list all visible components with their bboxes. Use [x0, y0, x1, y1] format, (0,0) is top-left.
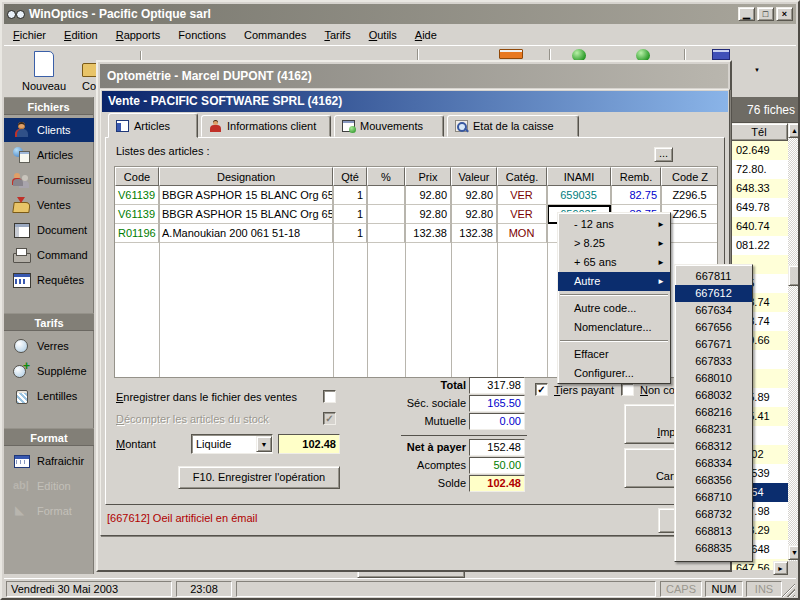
sidebar-item-supplements[interactable]: Suppléme — [4, 359, 94, 383]
code-item[interactable]: 667634 — [675, 302, 752, 319]
inami-description-text: [667612] Oeil artificiel en émail — [107, 512, 257, 524]
maximize-button[interactable]: □ — [757, 7, 774, 21]
menu-item-sup-825[interactable]: > 8.25► — [558, 234, 670, 253]
nouveau-button[interactable]: Nouveau — [8, 48, 80, 94]
code-item[interactable]: 668032 — [675, 387, 752, 404]
resize-grip[interactable] — [781, 583, 795, 597]
code-item[interactable]: 667671 — [675, 336, 752, 353]
sidebar-item-documents[interactable]: Document — [4, 218, 94, 242]
main-titlebar[interactable]: WinOptics - Pacific Optique sarl ▁ □ × — [4, 4, 796, 24]
code-item[interactable]: 667656 — [675, 319, 752, 336]
code-item[interactable]: 668216 — [675, 404, 752, 421]
tel-row[interactable]: 648.33 — [731, 179, 788, 198]
code-item[interactable]: 668835 — [675, 540, 752, 557]
scroll-up-icon[interactable]: ▲ — [788, 123, 800, 138]
tiers-payant-checkbox[interactable]: ✓ — [535, 383, 548, 396]
toolbar-overflow-chevron[interactable]: ▼ — [750, 64, 764, 77]
tab-mouvements[interactable]: Mouvements — [334, 115, 444, 137]
menu-item-autre-code[interactable]: Autre code... — [558, 299, 670, 318]
non-comptant-checkbox[interactable] — [621, 383, 634, 396]
fiches-count: 76 fiches — [747, 103, 795, 117]
code-item[interactable]: 668710 — [675, 489, 752, 506]
col-qte[interactable]: Qté — [333, 167, 367, 186]
tel-row[interactable]: 72.80. — [731, 160, 788, 179]
tel-row[interactable]: 649.78 — [731, 198, 788, 217]
code-item[interactable]: 667811 — [675, 268, 752, 285]
solde-value: 102.48 — [469, 475, 525, 492]
toolbar-list-icon[interactable] — [712, 49, 730, 60]
tab-etat-caisse[interactable]: Etat de la caisse — [447, 115, 579, 137]
vente-titlebar[interactable]: Vente - PACIFIC SOFTWARE SPRL (4162) — [102, 91, 728, 112]
col-remb[interactable]: Remb. — [611, 167, 661, 186]
tel-column-header[interactable]: Tél — [730, 123, 788, 141]
menu-item-moins-12-ans[interactable]: - 12 ans► — [558, 215, 670, 234]
combo-dropdown-icon[interactable]: ▼ — [256, 436, 272, 452]
code-item-selected[interactable]: 667612 — [675, 285, 752, 302]
toolbar-print-icon[interactable] — [499, 49, 523, 59]
table-row[interactable]: V61139 BBGR ASPHOR 15 BLANC Org 65 + 1 9… — [115, 186, 717, 205]
col-inami[interactable]: INAMI — [547, 167, 611, 186]
col-codez[interactable]: Code Z — [661, 167, 718, 186]
save-sales-checkbox[interactable] — [323, 390, 336, 403]
sidebar-item-lentilles[interactable]: Lentilles — [4, 384, 94, 408]
menu-commandes[interactable]: Commandes — [235, 26, 315, 44]
tel-row[interactable]: 02.649 — [731, 141, 788, 160]
acomptes-value[interactable]: 50.00 — [469, 457, 525, 474]
col-categ[interactable]: Catég. — [497, 167, 547, 186]
menu-item-plus-65-ans[interactable]: + 65 ans► — [558, 253, 670, 272]
code-item[interactable]: 668010 — [675, 370, 752, 387]
more-button[interactable]: ... — [654, 147, 673, 162]
mutuelle-value[interactable]: 0.00 — [469, 413, 525, 430]
clients-vscrollbar[interactable] — [788, 123, 800, 561]
menu-fichier[interactable]: Fichier — [4, 26, 55, 44]
scroll-down-icon[interactable]: ▼ — [788, 545, 800, 560]
menu-outils[interactable]: Outils — [360, 26, 406, 44]
menu-separator — [560, 294, 668, 296]
col-prix[interactable]: Prix — [405, 167, 451, 186]
menu-item-effacer[interactable]: Effacer — [558, 345, 670, 364]
optometrie-titlebar[interactable]: Optométrie - Marcel DUPONT (4162) — [100, 64, 728, 88]
col-designation[interactable]: Designation — [159, 167, 333, 186]
acomptes-label: Acomptes — [346, 459, 466, 471]
menu-item-nomenclature[interactable]: Nomenclature... — [558, 318, 670, 337]
sidebar-item-ventes[interactable]: Ventes — [4, 193, 94, 217]
menu-aide[interactable]: Aide — [406, 26, 446, 44]
sidebar-item-articles[interactable]: Articles — [4, 143, 94, 167]
sidebar-label: Format — [37, 505, 72, 517]
sidebar-item-fournisseurs[interactable]: Fournisseu — [4, 168, 94, 192]
payment-method-combo[interactable]: Liquide ▼ — [191, 434, 273, 454]
sec-sociale-value[interactable]: 165.50 — [469, 395, 525, 412]
code-item[interactable]: 668732 — [675, 506, 752, 523]
sidebar-item-verres[interactable]: Verres — [4, 334, 94, 358]
submenu-arrow-icon: ► — [657, 253, 665, 272]
menu-fonctions[interactable]: Fonctions — [169, 26, 235, 44]
menu-item-configurer[interactable]: Configurer... — [558, 364, 670, 383]
sidebar-item-rafraichir[interactable]: Rafraichir — [4, 449, 94, 473]
montant-value-field[interactable]: 102.48 — [278, 434, 340, 454]
scroll-thumb[interactable] — [788, 265, 800, 286]
col-pct[interactable]: % — [367, 167, 405, 186]
code-item[interactable]: 668356 — [675, 472, 752, 489]
tel-row[interactable]: 640.74 — [731, 217, 788, 236]
code-item[interactable]: 667833 — [675, 353, 752, 370]
tab-informations-client[interactable]: Informations client — [201, 115, 331, 137]
tel-row[interactable]: 081.22 — [731, 236, 788, 255]
menu-edition[interactable]: Edition — [55, 26, 107, 44]
code-item[interactable]: 668312 — [675, 438, 752, 455]
minimize-button[interactable]: ▁ — [738, 7, 755, 21]
f10-enregistrer-button[interactable]: F10. Enregistrer l'opération — [178, 466, 340, 489]
close-button[interactable]: × — [776, 7, 793, 21]
code-item[interactable]: 668231 — [675, 421, 752, 438]
sidebar-item-clients[interactable]: Clients — [4, 118, 94, 142]
col-valeur[interactable]: Valeur — [451, 167, 497, 186]
code-item[interactable]: 668334 — [675, 455, 752, 472]
menu-item-autre[interactable]: Autre► — [558, 272, 670, 291]
sidebar-item-requetes[interactable]: Requêtes — [4, 268, 94, 292]
menu-tarifs[interactable]: Tarifs — [315, 26, 359, 44]
code-item[interactable]: 668813 — [675, 523, 752, 540]
col-code[interactable]: Code — [115, 167, 159, 186]
menu-rapports[interactable]: Rapports — [107, 26, 170, 44]
sidebar-item-commandes[interactable]: Command — [4, 243, 94, 267]
scroll-right-icon[interactable]: ► — [773, 561, 788, 575]
tab-articles[interactable]: Articles — [108, 113, 198, 138]
